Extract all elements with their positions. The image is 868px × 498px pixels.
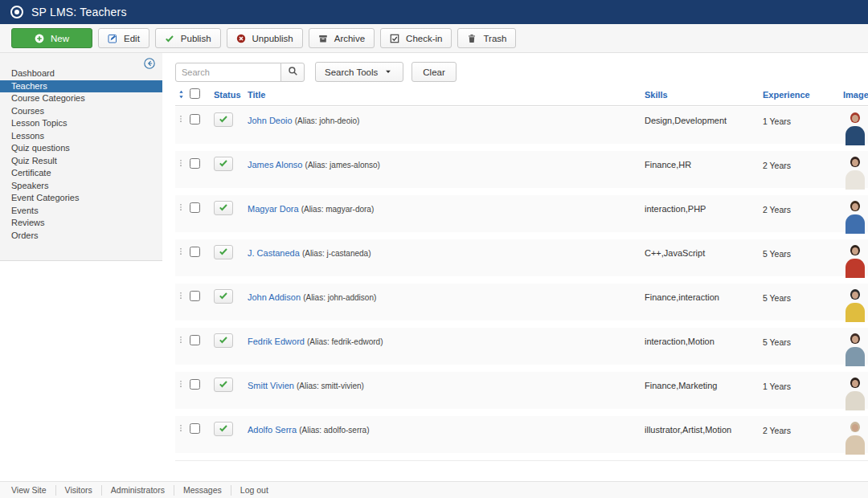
sidebar-item-label: Teachers [11,81,47,91]
sidebar-item-lessons[interactable]: Lessons [0,130,162,143]
drag-handle-icon[interactable] [175,328,190,345]
sidebar-item-label: Course Categories [11,93,85,103]
archive-button[interactable]: Archive [309,28,375,48]
search-tools-button[interactable]: Search Tools [315,62,403,82]
table-row: Fedrik Edword (Alias: fedrik-edword) int… [175,328,868,365]
page-title: SP LMS: Teachers [31,6,127,18]
row-checkbox[interactable] [190,291,200,301]
row-checkbox[interactable] [190,379,200,390]
check-icon [219,202,228,214]
status-published-button[interactable] [214,333,233,348]
status-published-button[interactable] [214,157,233,171]
sidebar-item-label: Quiz Result [11,156,57,165]
toolbar-button-label: Trash [483,34,506,43]
new-button[interactable]: New [11,28,92,48]
column-header-image[interactable]: Image [843,90,868,100]
main-content: Search Tools Clear Status Title Skills E… [175,53,868,461]
trash-icon [467,34,477,43]
archive-icon [318,34,328,43]
column-header-title[interactable]: Title [243,90,645,100]
table-header: Status Title Skills Experience Image [175,88,868,106]
teacher-experience: 2 Years [763,416,843,435]
search-input[interactable] [175,63,281,82]
ordering-sort-icon[interactable] [175,90,190,99]
row-checkbox[interactable] [190,114,200,124]
teacher-alias: (Alias: fedrik-edword) [307,337,383,346]
teacher-title-link[interactable]: James Alonso [248,160,302,169]
row-checkbox[interactable] [190,158,200,169]
search-submit-button[interactable] [280,63,305,82]
check-icon [165,34,174,43]
teacher-experience: 1 Years [763,372,843,391]
drag-handle-icon[interactable] [175,239,190,256]
sidebar-item-course-categories[interactable]: Course Categories [0,92,162,105]
teacher-title-link[interactable]: John Deoio [248,116,293,125]
admins-link[interactable]: Administrators [101,485,174,496]
publish-button[interactable]: Publish [155,28,221,48]
teacher-title-link[interactable]: Fedrik Edword [248,337,305,346]
teacher-title-link[interactable]: J. Castaneda [248,248,300,258]
table-bottom-border [175,460,868,461]
sidebar-item-quiz-questions[interactable]: Quiz questions [0,142,162,155]
status-published-button[interactable] [214,378,233,392]
status-published-button[interactable] [214,289,233,304]
teacher-title-link[interactable]: Magyar Dora [248,204,299,214]
footer-item-label: Messages [183,485,222,495]
drag-handle-icon[interactable] [175,107,190,124]
checkbox-icon [390,34,399,43]
check-icon [219,291,228,302]
sidebar-item-label: Lesson Topics [11,118,68,128]
status-published-button[interactable] [214,422,233,436]
status-published-button[interactable] [214,201,233,215]
row-checkbox[interactable] [190,202,200,213]
drag-handle-icon[interactable] [175,151,190,168]
column-header-skills[interactable]: Skills [645,90,763,100]
drag-handle-icon[interactable] [175,284,190,300]
status-published-button[interactable] [214,245,233,259]
column-header-status[interactable]: Status [211,90,243,100]
sidebar-item-certificate[interactable]: Certificate [0,167,162,180]
select-all-checkbox[interactable] [190,88,200,99]
row-checkbox[interactable] [190,335,200,345]
column-header-experience[interactable]: Experience [763,90,843,100]
caret-down-icon [384,67,394,77]
sidebar-item-label: Quiz questions [11,143,70,153]
sidebar-item-reviews[interactable]: Reviews [0,217,162,230]
edit-button[interactable]: Edit [98,28,149,48]
unpublish-button[interactable]: Unpublish [227,28,303,48]
sidebar-item-lesson-topics[interactable]: Lesson Topics [0,117,162,130]
sidebar-item-label: Orders [11,231,39,240]
collapse-sidebar-icon[interactable] [144,58,155,69]
teacher-title-link[interactable]: Smitt Vivien [248,381,294,390]
logout-link[interactable]: Log out [231,485,277,496]
sidebar-item-event-categories[interactable]: Event Categories [0,192,162,205]
drag-handle-icon[interactable] [175,372,190,389]
view-site-link[interactable]: View Site [11,485,55,496]
trash-button[interactable]: Trash [457,28,516,48]
drag-handle-icon[interactable] [175,416,190,433]
sidebar-item-teachers[interactable]: Teachers [0,80,162,93]
teacher-title-link[interactable]: Adolfo Serra [248,425,297,435]
drag-handle-icon[interactable] [175,195,190,212]
check-icon [219,379,228,390]
status-bar: View Site Visitors Administrators Messag… [0,481,868,498]
visitors-link[interactable]: Visitors [55,485,101,496]
status-published-button[interactable] [214,112,233,127]
teacher-alias: (Alias: magyar-dora) [301,205,375,214]
messages-link[interactable]: Messages [174,485,231,496]
sidebar-item-quiz-result[interactable]: Quiz Result [0,155,162,168]
teacher-experience: 5 Years [763,284,843,303]
sidebar-item-orders[interactable]: Orders [0,230,162,243]
clear-button[interactable]: Clear [411,62,456,82]
teacher-experience: 5 Years [763,239,843,259]
row-checkbox[interactable] [190,423,200,434]
sidebar-item-courses[interactable]: Courses [0,105,162,118]
teacher-alias: (Alias: john-deoio) [295,116,360,125]
teacher-alias: (Alias: john-addison) [303,293,376,302]
checkin-button[interactable]: Check-in [380,28,452,48]
teacher-title-link[interactable]: John Addison [248,292,301,302]
row-checkbox[interactable] [190,247,200,257]
sidebar-item-dashboard[interactable]: Dashboard [0,67,162,80]
sidebar-item-speakers[interactable]: Speakers [0,180,162,193]
sidebar-item-events[interactable]: Events [0,205,162,218]
